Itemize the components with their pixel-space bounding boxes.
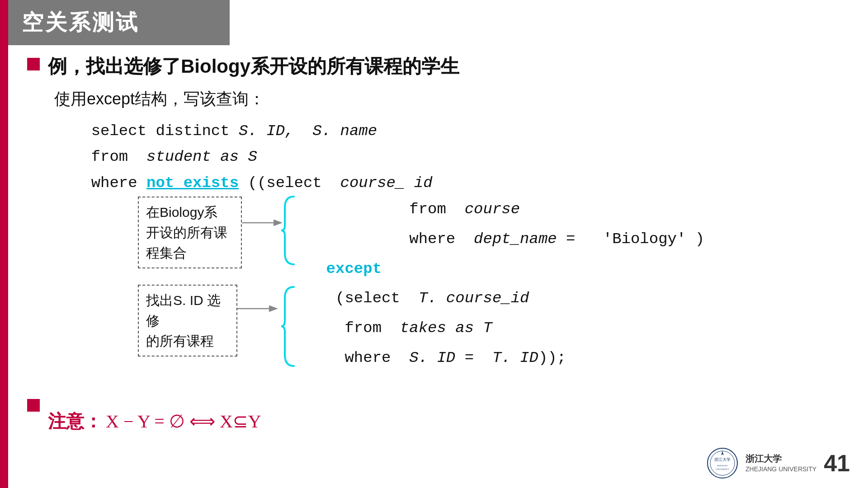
code-dept-name: dept_name	[474, 230, 557, 248]
svg-point-3	[710, 451, 735, 475]
university-cn-name: 浙江大学	[745, 452, 816, 465]
code-section: 使用except结构，写该查询： select distinct S. ID, …	[54, 88, 850, 386]
arrow-2	[237, 300, 283, 318]
bullet-1-icon	[27, 58, 40, 70]
left-accent-bar	[0, 0, 8, 488]
code-except: except	[289, 256, 704, 282]
university-name-block: 浙江大学 ZHEJIANG UNIVERSITY	[745, 452, 816, 474]
code-takes: takes as T	[400, 319, 492, 337]
box1-line3: 程集合	[146, 243, 234, 263]
code-line-select-t-course: (select T. course_id	[289, 286, 704, 312]
note-label: 注意：	[48, 409, 102, 434]
bottom-note: 注意： X − Y = ∅ ⟺ X⊆Y	[48, 409, 261, 434]
svg-text:浙江大学: 浙江大学	[714, 457, 731, 462]
code-from: from	[91, 148, 146, 165]
bullet-1-row: 例，找出选修了Biology系开设的所有课程的学生	[27, 54, 850, 79]
university-en-name: ZHEJIANG UNIVERSITY	[745, 465, 816, 474]
main-content: 例，找出选修了Biology系开设的所有课程的学生 使用except结构，写该查…	[27, 54, 850, 443]
svg-marker-7	[721, 451, 724, 455]
dashed-box-biology: 在Biology系 开设的所有课 程集合	[138, 197, 242, 268]
diagram-area: from course where dept_name = 'Biology' …	[54, 197, 850, 386]
note-formula: X − Y = ∅ ⟺ X⊆Y	[106, 411, 261, 432]
code-line-from-course: from course	[289, 197, 704, 223]
bullet-2-icon	[27, 399, 40, 412]
code-t-course-id: T. course_id	[419, 290, 529, 307]
code-not-exists: not exists	[146, 174, 239, 192]
code-line-3: where not exists ((select course_ id	[54, 170, 850, 197]
code-block: select distinct S. ID, S. name from stud…	[54, 118, 850, 386]
slide-title: 空关系测试	[22, 8, 139, 37]
box2-line2: 的所有课程	[146, 331, 229, 351]
svg-text:UNIVERSITY: UNIVERSITY	[716, 468, 729, 470]
footer: 浙江大学 ZHEJIANG UNIVERSITY 浙江大学 ZHEJIANG U…	[707, 447, 850, 479]
brace-bottom	[280, 285, 298, 368]
code-select-distinct: select distinct	[91, 122, 239, 140]
box1-line2: 开设的所有课	[146, 222, 234, 243]
box2-line1: 找出S. ID 选修	[146, 290, 229, 331]
code-lines-right: from course where dept_name = 'Biology' …	[289, 197, 704, 371]
svg-text:ZHEJIANG: ZHEJIANG	[717, 465, 728, 467]
code-line-where-dept: where dept_name = 'Biology' )	[289, 226, 704, 253]
bullet-2-row: 注意： X − Y = ∅ ⟺ X⊆Y	[27, 395, 850, 434]
code-line-from-takes: from takes as T	[289, 315, 704, 342]
code-course: course	[465, 201, 520, 218]
code-line-1: select distinct S. ID, S. name	[54, 118, 850, 145]
code-line-2: from student as S	[54, 144, 850, 170]
code-where: where	[91, 174, 146, 192]
code-line-where-sid: where S. ID = T. ID));	[289, 345, 704, 371]
dashed-box-sid: 找出S. ID 选修 的所有课程	[138, 285, 237, 357]
code-select-course-id-pre: ((select	[239, 174, 340, 192]
title-bar: 空关系测试	[8, 0, 230, 45]
bullet-1-text: 例，找出选修了Biology系开设的所有课程的学生	[48, 54, 459, 79]
code-intro: 使用except结构，写该查询：	[54, 88, 850, 110]
university-logo: 浙江大学 ZHEJIANG UNIVERSITY	[707, 447, 738, 479]
page-number: 41	[824, 450, 850, 477]
brace-top	[280, 194, 298, 267]
code-course-id: course_ id	[340, 174, 433, 192]
code-sid-equals: S. ID = T. ID	[409, 349, 538, 366]
code-student: student as S	[146, 148, 257, 165]
box1-line1: 在Biology系	[146, 202, 234, 222]
code-sid-sname: S. ID, S. name	[239, 122, 377, 140]
